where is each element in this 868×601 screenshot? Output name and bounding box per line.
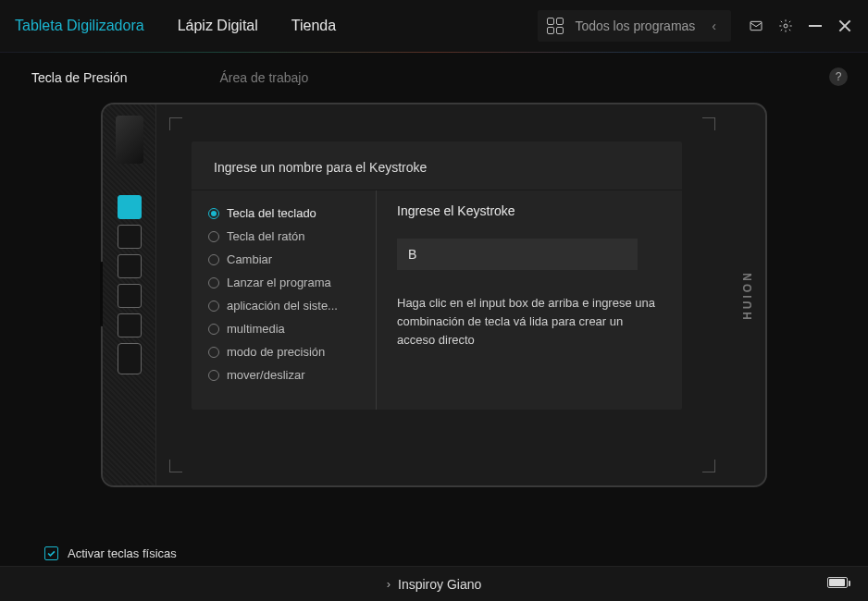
option-label: Tecla del ratón — [227, 229, 305, 243]
corner-marker — [702, 460, 715, 472]
close-button[interactable] — [837, 18, 853, 34]
radio-icon — [208, 370, 219, 381]
express-key-4[interactable] — [118, 284, 142, 308]
svg-point-1 — [784, 24, 787, 28]
option-launch-program[interactable]: Lanzar el programa — [208, 271, 370, 294]
subtab-work-area[interactable]: Área de trabajo — [220, 70, 309, 85]
radio-icon — [208, 300, 219, 312]
option-detail: Ingrese el Keystroke Haga clic en el inp… — [377, 190, 682, 410]
radio-icon — [208, 231, 219, 242]
option-label: Tecla del teclado — [227, 206, 316, 220]
corner-marker — [169, 460, 182, 472]
dial-control[interactable] — [116, 116, 143, 164]
option-mouse-key[interactable]: Tecla del ratón — [208, 225, 370, 248]
express-key-1[interactable] — [118, 195, 142, 219]
option-label: mover/deslizar — [227, 368, 305, 382]
radio-icon — [208, 277, 219, 288]
option-label: multimedia — [227, 322, 285, 336]
express-key-2[interactable] — [118, 225, 142, 249]
help-button[interactable]: ? — [829, 67, 848, 86]
device-screen: Ingrese un nombre para el Keystroke Tecl… — [156, 104, 765, 485]
chevron-left-icon[interactable]: ‹ — [706, 18, 722, 33]
radio-icon — [208, 324, 219, 335]
tab-tablet[interactable]: Tableta Digilizadora — [15, 18, 144, 34]
svg-rect-0 — [750, 21, 762, 30]
option-switch[interactable]: Cambiar — [208, 248, 370, 271]
window-controls — [748, 18, 853, 34]
chevron-right-icon[interactable]: › — [387, 577, 391, 591]
option-multimedia[interactable]: multimedia — [208, 317, 370, 340]
footer: › Inspiroy Giano — [0, 566, 868, 601]
gear-icon[interactable] — [777, 18, 794, 34]
minimize-button[interactable] — [807, 18, 824, 34]
battery-icon — [827, 577, 848, 588]
enable-hardkeys-label: Activar teclas físicas — [68, 546, 177, 560]
detail-title: Ingrese el Keystroke — [397, 203, 662, 218]
option-label: modo de precisión — [227, 345, 325, 359]
enable-hardkeys-checkbox[interactable] — [44, 546, 58, 560]
mail-icon[interactable] — [748, 18, 764, 34]
program-selector[interactable]: Todos los programas ‹ — [538, 10, 731, 42]
main-tabs: Tableta Digilizadora Lápiz Digital Tiend… — [15, 18, 336, 34]
panel-title: Ingrese un nombre para el Keystroke — [192, 141, 682, 190]
option-precision-mode[interactable]: modo de precisión — [208, 340, 370, 363]
option-label: Lanzar el programa — [227, 276, 331, 289]
apps-grid-icon — [547, 18, 564, 34]
keystroke-input[interactable] — [397, 239, 638, 270]
keystroke-hint: Haga clic en el input box de arriba e in… — [397, 294, 656, 350]
express-key-5[interactable] — [118, 313, 142, 337]
device-name[interactable]: Inspiroy Giano — [398, 577, 481, 592]
option-label: Cambiar — [227, 252, 272, 266]
express-keys-column — [103, 104, 156, 485]
panel-body: Tecla del teclado Tecla del ratón Cambia… — [192, 190, 682, 410]
option-move-slide[interactable]: mover/deslizar — [208, 363, 370, 386]
options-list: Tecla del teclado Tecla del ratón Cambia… — [192, 190, 377, 410]
express-key-6[interactable] — [118, 343, 142, 374]
sub-tabs: Tecla de Presión Área de trabajo ? — [0, 53, 868, 103]
program-selector-label: Todos los programas — [575, 18, 695, 33]
device-frame: HUION Ingrese un nombre para el Keystrok… — [101, 103, 767, 487]
corner-marker — [169, 117, 182, 130]
subtab-press-key[interactable]: Tecla de Presión — [31, 70, 128, 85]
option-system-app[interactable]: aplicación del siste... — [208, 294, 370, 317]
keystroke-panel: Ingrese un nombre para el Keystroke Tecl… — [192, 141, 682, 410]
app-header: Tableta Digilizadora Lápiz Digital Tiend… — [0, 0, 868, 52]
option-label: aplicación del siste... — [227, 299, 338, 313]
tab-store[interactable]: Tienda — [291, 18, 336, 34]
radio-icon — [208, 254, 219, 265]
main-area: HUION Ingrese un nombre para el Keystrok… — [0, 103, 868, 534]
corner-marker — [702, 117, 715, 130]
radio-icon — [208, 347, 219, 358]
tab-pen[interactable]: Lápiz Digital — [178, 18, 258, 34]
device-notch — [100, 262, 103, 326]
express-key-3[interactable] — [118, 254, 142, 278]
radio-icon — [208, 208, 219, 219]
below-device-row: Activar teclas físicas — [0, 534, 868, 566]
option-keyboard-key[interactable]: Tecla del teclado — [208, 202, 370, 225]
